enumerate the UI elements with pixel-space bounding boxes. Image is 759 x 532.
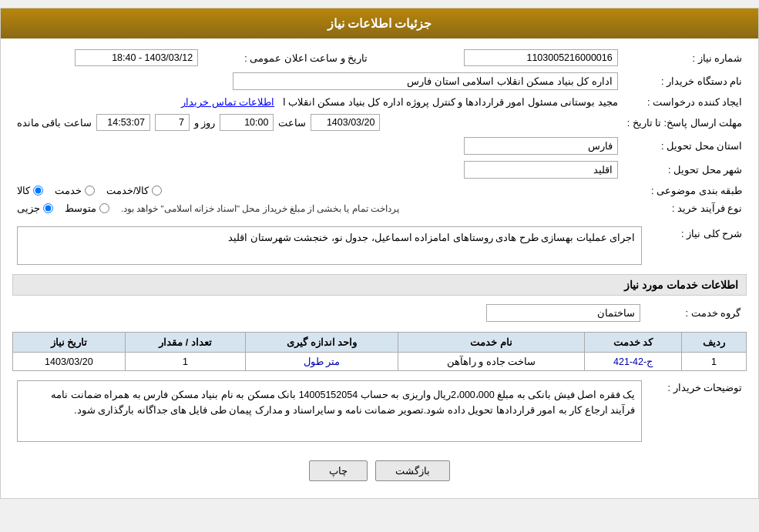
buyer-desc-label: توضیحات خریدار : [646, 377, 747, 445]
col-service-name: نام خدمت [398, 333, 585, 353]
category-kala-label: کالا [17, 185, 30, 196]
col-date: تاریخ نیاز [13, 333, 126, 353]
category-radio-group: کالا/خدمت خدمت کالا [17, 185, 618, 196]
category-kala-khedmat-radio[interactable] [152, 186, 162, 196]
page-title: جزئیات اطلاعات نیاز [327, 17, 432, 30]
row-process: نوع فرآیند خرید : پرداخت تمام یا بخشی از… [12, 199, 747, 217]
deadline-remaining-label: ساعت باقی مانده [17, 117, 92, 129]
table-row: 1ج-42-421ساخت جاده و راهآهنمتر طول11403/… [13, 353, 747, 371]
category-label: طبقه بندی موضوعی : [623, 182, 747, 199]
need-desc-value: اجرای عملیات بهسازی طرح هادی روستاهای ام… [12, 223, 646, 268]
button-row: بازگشت چاپ [12, 451, 747, 490]
process-jozi-option[interactable]: جزیی [17, 202, 53, 214]
row-city: شهر محل تحویل : اقلید [12, 158, 747, 182]
need-number-value: 1103005216000016 [388, 46, 623, 69]
announce-date-value: 1403/03/12 - 18:40 [12, 46, 203, 69]
page-wrapper: جزئیات اطلاعات نیاز شماره نیاز : 1103005… [0, 8, 759, 499]
row-creator: ایجاد کننده درخواست : مجید بوستانی مسئول… [12, 93, 747, 111]
creator-text: مجید بوستانی مسئول امور قراردادها و کنتر… [283, 97, 618, 108]
deadline-time-label: ساعت [278, 117, 306, 129]
cell-service_code: ج-42-421 [585, 353, 681, 371]
cell-quantity: 1 [125, 353, 245, 371]
city-label: شهر محل تحویل : [623, 158, 747, 182]
need-number-label: شماره نیاز : [623, 46, 747, 69]
deadline-date-input: 1403/03/20 [311, 114, 380, 131]
need-desc-table: شرح کلی نیاز : اجرای عملیات بهسازی طرح ه… [12, 223, 747, 268]
row-category: طبقه بندی موضوعی : کالا/خدمت خدمت [12, 182, 747, 199]
deadline-days-input: 7 [155, 114, 190, 131]
row-province: استان محل تحویل : فارس [12, 134, 747, 158]
announce-date-label: تاریخ و ساعت اعلان عمومی : [203, 46, 372, 69]
col-service-code: کد خدمت [585, 333, 681, 353]
process-label: نوع فرآیند خرید : [623, 199, 747, 217]
city-input: اقلید [464, 161, 618, 179]
content-area: شماره نیاز : 1103005216000016 تاریخ و سا… [1, 38, 758, 498]
cell-service_name: ساخت جاده و راهآهن [398, 353, 585, 371]
process-motovaset-radio[interactable] [99, 203, 109, 213]
category-kala-khedmat-label: کالا/خدمت [106, 185, 149, 196]
col-unit: واحد اندازه گیری [246, 333, 398, 353]
cell-date: 1403/03/20 [13, 353, 126, 371]
buyer-org-input: اداره کل بنیاد مسکن انقلاب اسلامی استان … [233, 72, 618, 90]
creator-link[interactable]: اطلاعات تماس خریدار [181, 97, 274, 108]
services-table-body: 1ج-42-421ساخت جاده و راهآهنمتر طول11403/… [13, 353, 747, 371]
services-table-head: ردیف کد خدمت نام خدمت واحد اندازه گیری ت… [13, 333, 747, 353]
row-buyer-desc: توضیحات خریدار : یک فقره اصل فیش بانکی ب… [12, 377, 747, 445]
process-note: پرداخت تمام یا بخشی از مبلغ خریداز محل "… [121, 203, 399, 214]
category-value: کالا/خدمت خدمت کالا [12, 182, 623, 199]
need-number-input: 1103005216000016 [464, 49, 618, 66]
creator-label: ایجاد کننده درخواست : [623, 93, 747, 111]
service-group-input: ساختمان [486, 304, 640, 322]
category-khedmat-radio[interactable] [85, 186, 95, 196]
row-need-number: شماره نیاز : 1103005216000016 تاریخ و سا… [12, 46, 747, 69]
buyer-desc-input: یک فقره اصل فیش بانکی به مبلغ 2،000،000ر… [17, 380, 642, 442]
category-kala-option[interactable]: کالا [17, 185, 43, 196]
services-table: ردیف کد خدمت نام خدمت واحد اندازه گیری ت… [12, 332, 747, 371]
province-value: فارس [12, 134, 623, 158]
process-radio-group: پرداخت تمام یا بخشی از مبلغ خریداز محل "… [17, 202, 618, 214]
row-deadline: مهلت ارسال پاسخ: تا تاریخ : 1403/03/20 س… [12, 111, 747, 134]
info-table: شماره نیاز : 1103005216000016 تاریخ و سا… [12, 46, 747, 217]
category-kala-khedmat-option[interactable]: کالا/خدمت [106, 185, 162, 196]
col-quantity: تعداد / مقدار [125, 333, 245, 353]
city-value: اقلید [12, 158, 623, 182]
deadline-time-input: 10:00 [220, 114, 274, 131]
creator-value: مجید بوستانی مسئول امور قراردادها و کنتر… [12, 93, 623, 111]
cell-unit: متر طول [246, 353, 398, 371]
process-jozi-radio[interactable] [43, 203, 53, 213]
services-section-title: اطلاعات خدمات مورد نیاز [12, 274, 747, 296]
back-button[interactable]: بازگشت [375, 460, 450, 481]
buyer-desc-table: توضیحات خریدار : یک فقره اصل فیش بانکی ب… [12, 377, 747, 445]
row-buyer-org: نام دستگاه خریدار : اداره کل بنیاد مسکن … [12, 69, 747, 93]
deadline-value: 1403/03/20 ساعت 10:00 روز و 7 14:53:07 س… [12, 111, 623, 134]
service-group-value: ساختمان [12, 300, 646, 326]
category-khedmat-label: خدمت [55, 185, 82, 196]
buyer-org-label: نام دستگاه خریدار : [623, 69, 747, 93]
service-group-table: گروه خدمت : ساختمان [12, 300, 747, 326]
service-group-label: گروه خدمت : [646, 300, 747, 326]
page-header: جزئیات اطلاعات نیاز [1, 8, 758, 38]
need-desc-input: اجرای عملیات بهسازی طرح هادی روستاهای ام… [17, 226, 642, 265]
province-input: فارس [464, 137, 618, 155]
deadline-remaining-input: 14:53:07 [96, 114, 150, 131]
process-motovaset-option[interactable]: متوسط [65, 202, 109, 214]
province-label: استان محل تحویل : [623, 134, 747, 158]
buyer-org-value: اداره کل بنیاد مسکن انقلاب اسلامی استان … [12, 69, 623, 93]
deadline-label: مهلت ارسال پاسخ: تا تاریخ : [623, 111, 747, 134]
deadline-day-label: روز و [194, 117, 215, 129]
need-desc-label: شرح کلی نیاز : [646, 223, 747, 268]
buyer-desc-value: یک فقره اصل فیش بانکی به مبلغ 2،000،000ر… [12, 377, 646, 445]
services-table-header-row: ردیف کد خدمت نام خدمت واحد اندازه گیری ت… [13, 333, 747, 353]
col-row-num: ردیف [681, 333, 746, 353]
cell-row_num: 1 [681, 353, 746, 371]
process-value: پرداخت تمام یا بخشی از مبلغ خریداز محل "… [12, 199, 623, 217]
print-button[interactable]: چاپ [309, 460, 368, 481]
row-need-desc: شرح کلی نیاز : اجرای عملیات بهسازی طرح ه… [12, 223, 747, 268]
category-khedmat-option[interactable]: خدمت [55, 185, 95, 196]
category-kala-radio[interactable] [33, 186, 43, 196]
process-motovaset-label: متوسط [65, 202, 96, 214]
row-service-group: گروه خدمت : ساختمان [12, 300, 747, 326]
deadline-date-row: 1403/03/20 ساعت 10:00 روز و 7 14:53:07 س… [17, 114, 618, 131]
announce-date-input: 1403/03/12 - 18:40 [75, 49, 198, 66]
process-jozi-label: جزیی [17, 202, 40, 214]
